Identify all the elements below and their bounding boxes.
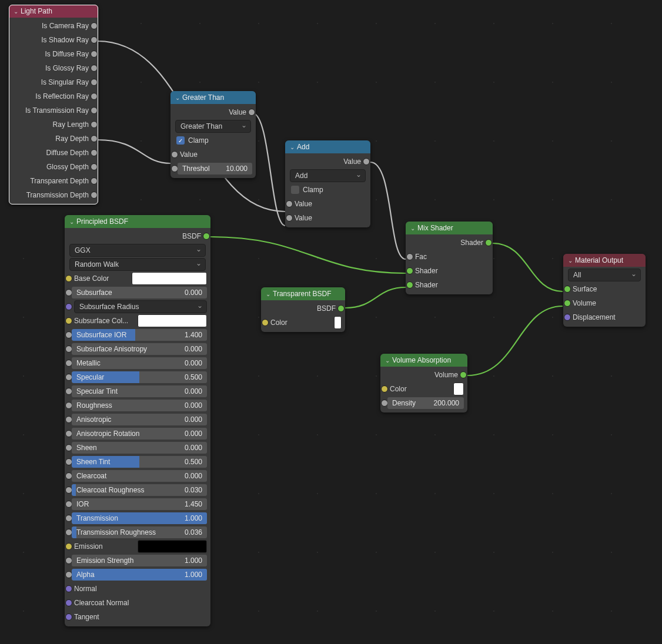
slider-anisotropic-rotation[interactable]: Anisotropic Rotation0.000	[68, 428, 207, 440]
node-principled-bsdf[interactable]: ⌄ Principled BSDF BSDF GGX Random Walk B…	[65, 215, 210, 626]
socket-in[interactable]	[65, 303, 72, 310]
socket-in[interactable]	[406, 253, 413, 260]
slider-alpha[interactable]: Alpha1.000	[68, 569, 207, 581]
socket-out[interactable]	[485, 239, 492, 246]
socket-out[interactable]	[460, 371, 467, 378]
node-light-path[interactable]: ⌄ Light Path Is Camera RayIs Shadow RayI…	[9, 5, 98, 204]
subsurface-radius-field[interactable]: Subsurface Radius	[68, 301, 207, 313]
density-field[interactable]: Density 200.000	[384, 397, 464, 409]
socket-out[interactable]	[91, 121, 98, 128]
node-title: Material Output	[575, 256, 623, 264]
socket-out[interactable]	[91, 107, 98, 114]
target-dropdown[interactable]: All	[568, 269, 641, 281]
slider-specular[interactable]: Specular0.500	[68, 371, 207, 383]
slider-sheen[interactable]: Sheen0.000	[68, 442, 207, 454]
slider-metallic[interactable]: Metallic0.000	[68, 357, 207, 369]
operation-dropdown[interactable]: Add	[290, 169, 366, 182]
socket-in[interactable]	[286, 200, 293, 207]
socket-in[interactable]	[406, 267, 413, 274]
clamp-checkbox-row[interactable]: Clamp	[289, 184, 367, 196]
socket-out[interactable]	[337, 305, 345, 312]
socket-out[interactable]	[91, 65, 98, 72]
socket-in[interactable]	[65, 317, 72, 324]
output-is-camera-ray: Is Camera Ray	[12, 20, 95, 32]
socket-in[interactable]	[65, 543, 72, 550]
slider-subsurface[interactable]: Subsurface0.000	[68, 287, 207, 298]
color-swatch[interactable]	[453, 383, 464, 395]
dropdown[interactable]: Subsurface Radius	[74, 300, 207, 313]
slider-clearcoat-roughness[interactable]: Clearcoat Roughness0.030	[68, 484, 207, 496]
slider-subsurface-anisotropy[interactable]: Subsurface Anisotropy0.000	[68, 343, 207, 355]
socket-out[interactable]	[91, 135, 98, 142]
node-header[interactable]: ⌄ Add	[285, 140, 370, 153]
socket-in[interactable]	[65, 599, 72, 606]
socket-out[interactable]	[203, 233, 210, 240]
slider-transmission-roughness[interactable]: Transmission Roughness0.036	[68, 526, 207, 538]
socket-in[interactable]	[286, 214, 293, 222]
slider-clearcoat[interactable]: Clearcoat0.000	[68, 470, 207, 482]
socket-in[interactable]	[65, 585, 72, 592]
slider-subsurface-ior[interactable]: Subsurface IOR1.400	[68, 329, 207, 341]
node-add[interactable]: ⌄ Add Value Add Clamp Value Value	[285, 140, 370, 227]
node-material-output[interactable]: ⌄ Material Output All Surface Volume Dis…	[563, 254, 646, 327]
socket-in[interactable]	[65, 613, 72, 620]
socket-out[interactable]	[248, 109, 255, 116]
node-header[interactable]: ⌄ Volume Absorption	[380, 354, 467, 367]
operation-dropdown[interactable]: Greater Than	[175, 120, 251, 133]
socket-in[interactable]	[564, 300, 571, 307]
socket-out[interactable]	[91, 93, 98, 100]
socket-out[interactable]	[363, 158, 370, 165]
node-header[interactable]: ⌄ Principled BSDF	[65, 215, 210, 228]
socket-out[interactable]	[91, 22, 98, 29]
node-header[interactable]: ⌄ Transparent BSDF	[261, 287, 345, 300]
emission-field[interactable]: Emission	[68, 541, 207, 552]
socket-in[interactable]	[262, 319, 269, 326]
socket-out[interactable]	[91, 149, 98, 156]
node-header[interactable]: ⌄ Greater Than	[170, 91, 256, 104]
color-swatch[interactable]	[132, 272, 207, 285]
node-header[interactable]: ⌄ Light Path	[9, 5, 98, 18]
input-color[interactable]: Color	[384, 383, 464, 395]
node-greater-than[interactable]: ⌄ Greater Than Value Greater Than ✓ Clam…	[170, 91, 256, 178]
node-volume-absorption[interactable]: ⌄ Volume Absorption Volume Color Density…	[380, 354, 467, 412]
socket-in[interactable]	[406, 281, 413, 289]
input-color[interactable]: Color	[265, 317, 342, 328]
color-swatch[interactable]	[334, 316, 342, 329]
socket-out[interactable]	[91, 177, 98, 185]
slider-sheen-tint[interactable]: Sheen Tint0.500	[68, 456, 207, 468]
subsurface-col-field[interactable]: Subsurface Col...	[68, 315, 207, 327]
node-title: Transparent BSDF	[273, 290, 332, 298]
output-is-transmission-ray: Is Transmission Ray	[12, 105, 95, 116]
slider-anisotropic[interactable]: Anisotropic0.000	[68, 414, 207, 425]
checkbox-icon: ✓	[176, 136, 185, 145]
slider-specular-tint[interactable]: Specular Tint0.000	[68, 385, 207, 397]
slider-roughness[interactable]: Roughness0.000	[68, 400, 207, 411]
slider-ior[interactable]: IOR1.450	[68, 498, 207, 510]
socket-in[interactable]	[564, 314, 571, 321]
slider-emission-strength[interactable]: Emission Strength1.000	[68, 555, 207, 566]
clamp-checkbox-row[interactable]: ✓ Clamp	[174, 135, 252, 146]
base-color-field[interactable]: Base Color	[68, 273, 207, 284]
socket-in[interactable]	[381, 385, 388, 393]
subsurface-method-dropdown[interactable]: Random Walk	[69, 258, 206, 271]
chevron-down-icon: ⌄	[175, 95, 182, 101]
socket-out[interactable]	[91, 163, 98, 170]
socket-out[interactable]	[91, 79, 98, 86]
node-title: Greater Than	[182, 93, 224, 102]
node-mix-shader[interactable]: ⌄ Mix Shader Shader Fac Shader Shader	[406, 222, 493, 294]
distribution-dropdown[interactable]: GGX	[69, 244, 206, 257]
threshold-field[interactable]: Threshol 10.000	[174, 163, 252, 175]
color-swatch[interactable]	[138, 314, 207, 327]
socket-out[interactable]	[91, 192, 98, 199]
socket-out[interactable]	[91, 51, 98, 58]
socket-in[interactable]	[65, 275, 72, 282]
node-transparent-bsdf[interactable]: ⌄ Transparent BSDF BSDF Color	[261, 287, 345, 332]
socket-in[interactable]	[171, 151, 178, 158]
socket-in[interactable]	[564, 286, 571, 293]
input-value: Value	[174, 149, 252, 160]
node-header[interactable]: ⌄ Mix Shader	[406, 222, 493, 234]
color-swatch[interactable]	[138, 540, 207, 553]
node-header[interactable]: ⌄ Material Output	[563, 254, 646, 267]
slider-transmission[interactable]: Transmission1.000	[68, 512, 207, 524]
socket-out[interactable]	[91, 36, 98, 43]
